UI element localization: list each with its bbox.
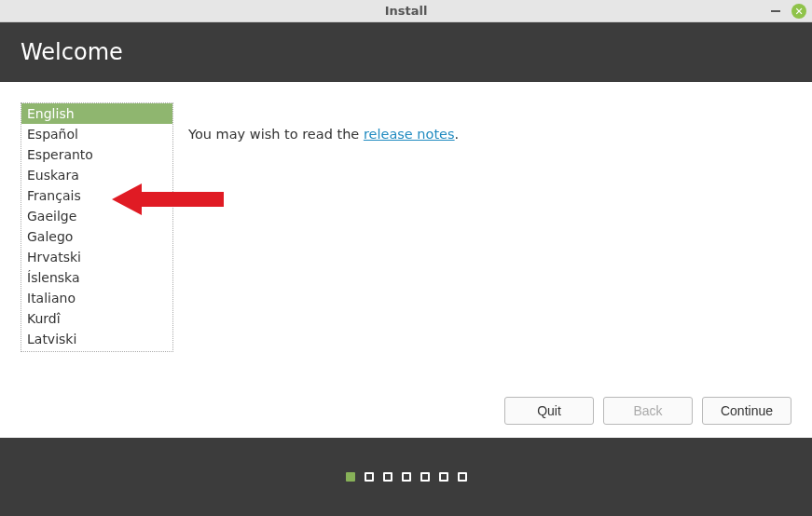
language-item[interactable]: Kurdî [21,308,172,329]
info-suffix: . [455,127,460,142]
button-row: Quit Back Continue [504,397,791,425]
quit-button[interactable]: Quit [504,397,594,425]
progress-dot [383,472,392,482]
language-item[interactable]: Galego [21,226,172,247]
back-button[interactable]: Back [603,397,693,425]
minimize-icon[interactable] [771,10,780,12]
continue-button[interactable]: Continue [702,397,791,425]
release-notes-link[interactable]: release notes [364,127,455,142]
titlebar: Install [0,0,812,22]
progress-dot [420,472,430,482]
language-item[interactable]: Gaeilge [21,206,172,226]
window-title: Install [0,4,812,18]
release-notes-text: You may wish to read the release notes. [188,102,459,417]
language-item[interactable]: Esperanto [21,144,172,165]
language-item[interactable]: English [21,103,172,124]
language-item[interactable]: Español [21,124,172,144]
page-title: Welcome [21,39,123,65]
language-item[interactable]: Italiano [21,288,172,308]
header: Welcome [0,22,812,82]
progress-dot [346,472,355,482]
language-item[interactable]: Euskara [21,165,172,185]
language-item[interactable]: Latviski [21,329,172,349]
main-content: EnglishEspañolEsperantoEuskaraFrançaisGa… [0,82,812,438]
window-controls [771,0,806,22]
language-list[interactable]: EnglishEspañolEsperantoEuskaraFrançaisGa… [21,102,173,352]
progress-dot [365,472,374,482]
language-item[interactable]: Hrvatski [21,247,172,267]
close-icon[interactable] [791,4,806,19]
progress-dot [458,472,467,482]
language-item[interactable]: Íslenska [21,267,172,288]
info-prefix: You may wish to read the [188,127,364,142]
progress-dot [402,472,411,482]
progress-dot [439,472,448,482]
progress-footer [0,438,812,516]
language-item[interactable]: Français [21,185,172,206]
